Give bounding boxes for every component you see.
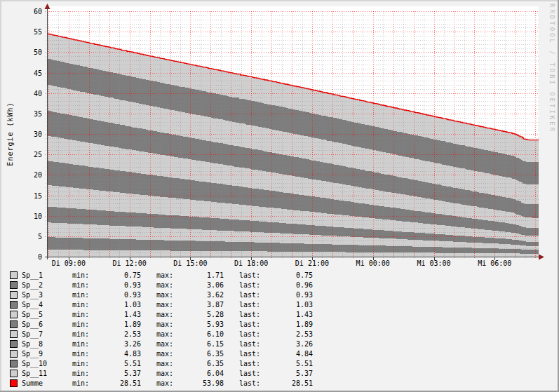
- min-label: min:: [72, 291, 89, 299]
- min-value: 1.43: [89, 311, 141, 318]
- last-label: last:: [239, 320, 260, 328]
- min-value: 2.53: [89, 330, 141, 338]
- series-name: Sp__3: [22, 291, 72, 299]
- max-label: max:: [156, 320, 173, 328]
- last-value: 2.53: [260, 330, 313, 338]
- max-label: max:: [156, 340, 173, 348]
- series-name: Sp__6: [22, 320, 72, 328]
- legend-swatch: [10, 360, 18, 367]
- x-tick-label: Di 18:00: [230, 259, 272, 267]
- max-label: max:: [156, 271, 173, 279]
- last-label: last:: [239, 271, 260, 279]
- last-label: last:: [239, 340, 260, 348]
- legend-row: Sp__9 min: 4.83 max: 6.35 last: 4.84: [10, 349, 313, 358]
- last-value: 4.84: [260, 350, 313, 358]
- legend-swatch: [10, 291, 18, 299]
- min-label: min:: [72, 301, 89, 309]
- max-value: 53.98: [173, 379, 224, 387]
- last-value: 1.43: [260, 311, 313, 318]
- last-value: 28.51: [260, 379, 313, 387]
- last-value: 0.75: [260, 271, 313, 279]
- max-label: max:: [156, 360, 173, 367]
- y-tick-label: 35: [21, 110, 42, 118]
- last-label: last:: [239, 281, 260, 289]
- min-label: min:: [72, 281, 89, 289]
- series-name: Sp__4: [22, 301, 72, 309]
- series-name: Summe: [22, 379, 72, 387]
- last-label: last:: [239, 379, 260, 387]
- y-tick-label: 60: [21, 8, 42, 15]
- min-label: min:: [72, 379, 89, 387]
- y-tick-label: 15: [21, 192, 42, 200]
- y-tick-label: 45: [21, 69, 42, 77]
- min-label: min:: [72, 330, 89, 338]
- x-tick-label: Mi 00:00: [352, 259, 394, 267]
- legend-swatch: [10, 301, 18, 309]
- series-name: Sp__9: [22, 350, 72, 358]
- min-label: min:: [72, 271, 89, 279]
- min-label: min:: [72, 340, 89, 348]
- min-value: 1.89: [89, 320, 141, 328]
- series-name: Sp__10: [22, 360, 72, 367]
- max-label: max:: [156, 281, 173, 289]
- legend-swatch: [10, 320, 18, 328]
- last-label: last:: [239, 330, 260, 338]
- last-value: 1.03: [260, 301, 313, 309]
- x-axis-arrow-icon: [539, 255, 544, 260]
- last-value: 5.37: [260, 370, 313, 377]
- last-value: 1.89: [260, 320, 313, 328]
- legend-row: Sp__8 min: 3.26 max: 6.15 last: 3.26: [10, 339, 313, 349]
- legend-row: Sp__11 min: 5.37 max: 6.04 last: 5.37: [10, 368, 313, 378]
- max-value: 3.62: [173, 291, 224, 299]
- max-label: max:: [156, 370, 173, 377]
- max-value: 6.15: [173, 340, 224, 348]
- max-value: 3.06: [173, 281, 224, 289]
- max-label: max:: [156, 330, 173, 338]
- min-value: 1.03: [89, 301, 141, 309]
- legend-swatch: [10, 340, 18, 348]
- max-label: max:: [156, 291, 173, 299]
- rrdtool-watermark: RRDTOOL / TOBI OETIKER: [548, 4, 555, 133]
- legend-row: Sp__4 min: 1.03 max: 3.87 last: 1.03: [10, 299, 313, 309]
- min-label: min:: [72, 350, 89, 358]
- legend-row: Sp__3 min: 0.93 max: 3.62 last: 0.93: [10, 290, 313, 299]
- legend-row: Sp__5 min: 1.43 max: 5.28 last: 1.43: [10, 309, 313, 319]
- legend-swatch: [10, 281, 18, 289]
- min-label: min:: [72, 320, 89, 328]
- last-label: last:: [239, 350, 260, 358]
- min-label: min:: [72, 370, 89, 377]
- max-label: max:: [156, 379, 173, 387]
- y-tick-label: 0: [21, 253, 42, 261]
- legend-swatch: [10, 271, 18, 279]
- min-value: 28.51: [89, 379, 141, 387]
- y-tick-label: 25: [21, 151, 42, 158]
- legend-swatch: [10, 379, 18, 387]
- y-tick-label: 40: [21, 90, 42, 97]
- min-value: 4.83: [89, 350, 141, 358]
- legend-swatch: [10, 311, 18, 318]
- last-label: last:: [239, 360, 260, 367]
- min-value: 3.26: [89, 340, 141, 348]
- legend-row: Sp__2 min: 0.93 max: 3.06 last: 0.96: [10, 280, 313, 290]
- min-value: 5.37: [89, 370, 141, 377]
- x-tick-label: Di 21:00: [291, 259, 333, 267]
- max-value: 6.10: [173, 330, 224, 338]
- max-value: 3.87: [173, 301, 224, 309]
- max-value: 6.35: [173, 350, 224, 358]
- min-value: 5.51: [89, 360, 141, 367]
- legend-swatch: [10, 350, 18, 358]
- y-tick-label: 20: [21, 171, 42, 179]
- last-label: last:: [239, 370, 260, 377]
- last-label: last:: [239, 311, 260, 318]
- max-value: 6.35: [173, 360, 224, 367]
- y-tick-label: 55: [21, 28, 42, 36]
- legend-swatch: [10, 370, 18, 377]
- x-tick-label: Di 12:00: [109, 259, 151, 267]
- series-name: Sp__7: [22, 330, 72, 338]
- max-value: 5.93: [173, 320, 224, 328]
- legend: Sp__1 min: 0.75 max: 1.71 last: 0.75 Sp_…: [10, 270, 313, 388]
- y-tick-label: 5: [21, 233, 42, 241]
- y-tick-label: 30: [21, 130, 42, 138]
- legend-row: Sp__10 min: 5.51 max: 6.35 last: 5.51: [10, 358, 313, 368]
- y-tick-label: 50: [21, 48, 42, 56]
